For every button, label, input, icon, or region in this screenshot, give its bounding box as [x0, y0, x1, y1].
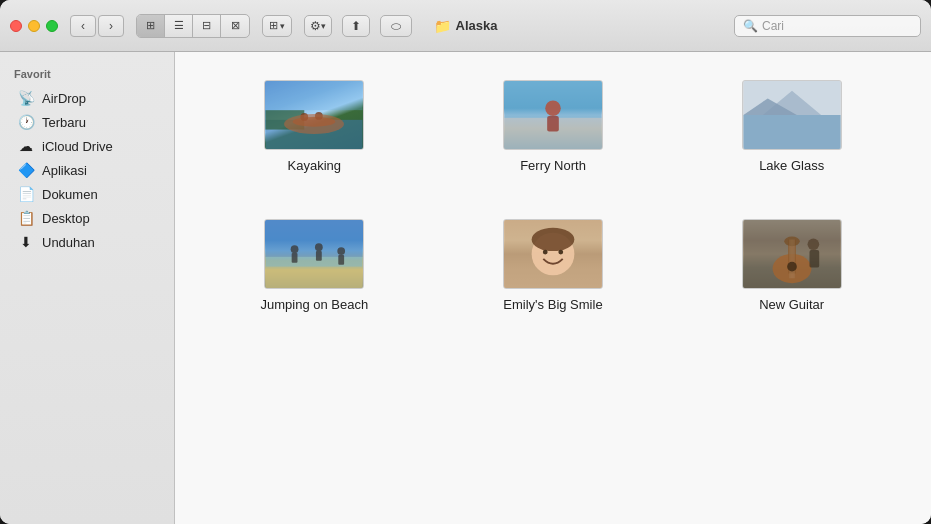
window-title: 📁 Alaska [434, 18, 498, 34]
file-label: Ferry North [520, 158, 586, 173]
svg-point-6 [315, 112, 323, 120]
svg-rect-11 [547, 116, 559, 132]
tag-icon: ⬭ [391, 19, 401, 33]
file-label: New Guitar [759, 297, 824, 312]
share-button[interactable]: ⬆ [342, 15, 370, 37]
cloud-icon: ☁ [18, 138, 34, 154]
content-area: Favorit 📡 AirDrop 🕐 Terbaru ☁ iCloud Dri… [0, 52, 931, 524]
chevron-down-icon-action: ▾ [321, 21, 326, 31]
chevron-right-icon: › [109, 19, 113, 33]
file-label: Lake Glass [759, 158, 824, 173]
title-text: Alaska [456, 18, 498, 33]
sidebar-item-desktop[interactable]: 📋 Desktop [4, 206, 170, 230]
thumbnail-beach [264, 219, 364, 289]
sidebar-item-unduhan[interactable]: ⬇ Unduhan [4, 230, 170, 254]
svg-rect-3 [266, 81, 363, 110]
chevron-left-icon: ‹ [81, 19, 85, 33]
svg-point-21 [291, 245, 299, 253]
sidebar-item-label: iCloud Drive [42, 139, 113, 154]
file-label: Emily's Big Smile [503, 297, 602, 312]
sidebar-item-label: Aplikasi [42, 163, 87, 178]
group-icon: ⊞ [269, 19, 278, 32]
grid-icon: ⊞ [146, 19, 155, 32]
desktop-icon: 📋 [18, 210, 34, 226]
forward-button[interactable]: › [98, 15, 124, 37]
airdrop-icon: 📡 [18, 90, 34, 106]
minimize-button[interactable] [28, 20, 40, 32]
chevron-down-icon: ▾ [280, 21, 285, 31]
close-button[interactable] [10, 20, 22, 32]
view-buttons: ⊞ ☰ ⊟ ⊠ [136, 14, 250, 38]
svg-point-30 [532, 228, 575, 251]
gallery-icon: ⊠ [231, 19, 240, 32]
view-list-button[interactable]: ☰ [165, 15, 193, 37]
sidebar-item-label: Terbaru [42, 115, 86, 130]
titlebar: ‹ › ⊞ ☰ ⊟ ⊠ ⊞ ▾ ⚙ ▾ [0, 0, 931, 52]
traffic-lights [10, 20, 58, 32]
file-label: Jumping on Beach [260, 297, 368, 312]
sidebar-section-header: Favorit [0, 64, 174, 86]
svg-rect-26 [339, 255, 345, 265]
search-icon: 🔍 [743, 19, 758, 33]
view-columns-button[interactable]: ⊟ [193, 15, 221, 37]
back-button[interactable]: ‹ [70, 15, 96, 37]
file-item-new-guitar[interactable]: New Guitar [682, 211, 901, 320]
search-input[interactable] [762, 19, 912, 33]
file-label: Kayaking [288, 158, 341, 173]
sidebar-item-label: AirDrop [42, 91, 86, 106]
sidebar-item-icloud[interactable]: ☁ iCloud Drive [4, 134, 170, 158]
thumbnail-image-ferry [504, 81, 602, 149]
thumbnail-image-kayaking [265, 81, 363, 149]
columns-icon: ⊟ [202, 19, 211, 32]
thumbnail-kayaking [264, 80, 364, 150]
gear-icon: ⚙ [310, 19, 321, 33]
action-button[interactable]: ⚙ ▾ [304, 15, 332, 37]
thumbnail-guitar [742, 219, 842, 289]
file-item-jumping-beach[interactable]: Jumping on Beach [205, 211, 424, 320]
search-box[interactable]: 🔍 [734, 15, 921, 37]
sidebar-item-label: Dokumen [42, 187, 98, 202]
thumbnail-smile [503, 219, 603, 289]
sidebar-item-label: Desktop [42, 211, 90, 226]
sidebar-item-label: Unduhan [42, 235, 95, 250]
sidebar-item-dokumen[interactable]: 📄 Dokumen [4, 182, 170, 206]
thumbnail-lake [742, 80, 842, 150]
view-icon-button[interactable]: ⊞ [137, 15, 165, 37]
file-area: Kayaking Ferry North [175, 52, 931, 524]
svg-rect-22 [292, 253, 298, 263]
svg-rect-16 [743, 115, 840, 149]
sidebar-item-terbaru[interactable]: 🕐 Terbaru [4, 110, 170, 134]
svg-rect-43 [809, 250, 819, 267]
thumbnail-ferry [503, 80, 603, 150]
document-icon: 📄 [18, 186, 34, 202]
svg-rect-2 [266, 110, 305, 129]
svg-point-31 [543, 250, 548, 255]
file-item-emily-smile[interactable]: Emily's Big Smile [444, 211, 663, 320]
sidebar: Favorit 📡 AirDrop 🕐 Terbaru ☁ iCloud Dri… [0, 52, 175, 524]
finder-window: ‹ › ⊞ ☰ ⊟ ⊠ ⊞ ▾ ⚙ ▾ [0, 0, 931, 524]
sidebar-item-airdrop[interactable]: 📡 AirDrop [4, 86, 170, 110]
tag-button[interactable]: ⬭ [380, 15, 412, 37]
svg-point-10 [545, 100, 561, 116]
share-icon: ⬆ [351, 19, 361, 33]
thumbnail-image-guitar [743, 220, 841, 288]
thumbnail-image-beach [265, 220, 363, 288]
file-item-kayaking[interactable]: Kayaking [205, 72, 424, 181]
thumbnail-image-lake [743, 81, 841, 149]
nav-buttons: ‹ › [70, 15, 124, 37]
group-button[interactable]: ⊞ ▾ [262, 15, 292, 37]
list-icon: ☰ [174, 19, 184, 32]
svg-point-23 [315, 243, 323, 251]
file-item-ferry-north[interactable]: Ferry North [444, 72, 663, 181]
svg-point-41 [787, 262, 797, 272]
svg-rect-20 [266, 267, 363, 288]
svg-rect-24 [316, 251, 322, 261]
view-cover-button[interactable]: ⊠ [221, 15, 249, 37]
svg-point-25 [338, 247, 346, 255]
svg-point-42 [807, 238, 819, 250]
maximize-button[interactable] [46, 20, 58, 32]
download-icon: ⬇ [18, 234, 34, 250]
file-item-lake-glass[interactable]: Lake Glass [682, 72, 901, 181]
apps-icon: 🔷 [18, 162, 34, 178]
sidebar-item-aplikasi[interactable]: 🔷 Aplikasi [4, 158, 170, 182]
